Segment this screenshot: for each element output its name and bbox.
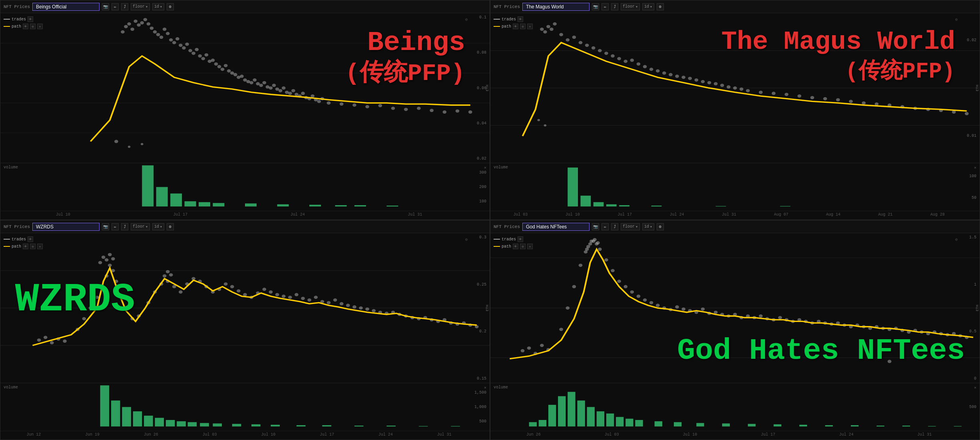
svg-rect-86	[199, 202, 210, 206]
beings-trades-eye[interactable]: 👁	[28, 16, 33, 22]
svg-point-194	[237, 289, 241, 292]
godnfts-crosshair[interactable]: ⊙	[953, 236, 960, 243]
svg-rect-359	[825, 425, 833, 426]
beings-y-axis: 0.1 0.08 0.06 0.04 0.02	[470, 13, 486, 163]
magus-pencil-btn[interactable]: ✏	[602, 3, 609, 10]
svg-rect-259	[451, 426, 460, 426]
svg-point-30	[205, 53, 209, 56]
svg-point-13	[150, 26, 154, 30]
magus-collection-input[interactable]	[522, 3, 590, 11]
magus-crosshair[interactable]: ⊙	[953, 16, 960, 23]
beings-collection-input[interactable]	[32, 3, 100, 11]
svg-point-60	[301, 92, 305, 95]
wzrds-gear-btn[interactable]: ⚙	[167, 223, 174, 230]
svg-point-238	[166, 270, 170, 273]
svg-point-139	[849, 100, 853, 103]
beings-crosshair[interactable]: ⊙	[463, 16, 470, 23]
svg-point-282	[637, 295, 641, 298]
beings-floor-dropdown[interactable]: floor ▾	[131, 3, 150, 10]
wzrds-camera-btn[interactable]: 📷	[102, 223, 109, 230]
svg-point-97	[540, 28, 544, 31]
svg-point-70	[365, 105, 369, 108]
beings-path-eye[interactable]: 👁	[23, 24, 28, 29]
svg-rect-353	[674, 422, 681, 426]
godnfts-trades-eye[interactable]: 👁	[518, 236, 523, 242]
svg-point-210	[340, 302, 344, 305]
svg-rect-351	[635, 420, 643, 426]
wzrds-path-close[interactable]: ✕	[37, 244, 43, 249]
godnfts-chart-btn[interactable]: ⤴	[611, 223, 618, 230]
svg-point-269	[566, 306, 570, 310]
svg-point-264	[527, 346, 531, 350]
svg-rect-352	[655, 421, 662, 426]
magus-y-axis: 0.02 0.01	[960, 13, 976, 163]
wzrds-floor-dropdown[interactable]: floor ▾	[131, 223, 150, 230]
wzrds-volume-section: volume ✕	[0, 383, 490, 431]
beings-gear-btn[interactable]: ⚙	[167, 3, 174, 10]
svg-rect-345	[577, 400, 585, 426]
svg-point-99	[553, 22, 557, 26]
svg-point-115	[643, 65, 647, 68]
svg-point-135	[797, 94, 801, 98]
magus-floor-dropdown[interactable]: floor ▾	[621, 3, 640, 10]
svg-point-128	[727, 85, 731, 88]
magus-1d-dropdown[interactable]: 1d ▾	[642, 3, 654, 10]
svg-point-169	[89, 306, 93, 310]
svg-point-134	[785, 93, 789, 96]
beings-pencil-btn[interactable]: ✏	[112, 3, 119, 10]
svg-point-41	[240, 75, 244, 78]
svg-point-4	[127, 22, 131, 26]
svg-point-25	[188, 49, 192, 52]
svg-rect-84	[170, 194, 182, 206]
svg-point-235	[108, 253, 112, 256]
svg-rect-355	[722, 424, 730, 427]
godnfts-path-gear[interactable]: ⚙	[520, 244, 526, 249]
svg-point-208	[327, 301, 331, 304]
wzrds-chart-btn[interactable]: ⤴	[121, 223, 128, 230]
svg-point-7	[124, 25, 128, 28]
beings-x-axis: Jul 10 Jul 17 Jul 24 Jul 31	[0, 211, 490, 220]
wzrds-path-eye[interactable]: 👁	[23, 244, 28, 249]
svg-rect-88	[245, 204, 257, 207]
magus-trades-eye[interactable]: 👁	[518, 16, 523, 22]
godnfts-path-eye[interactable]: 👁	[513, 244, 518, 249]
svg-point-80	[128, 146, 130, 148]
svg-rect-154	[606, 204, 617, 206]
magus-path-close[interactable]: ✕	[527, 24, 533, 29]
svg-rect-250	[213, 424, 222, 427]
wzrds-path-gear[interactable]: ⚙	[30, 244, 36, 249]
godnfts-collection-input[interactable]	[522, 223, 590, 231]
magus-path-gear[interactable]: ⚙	[520, 24, 526, 29]
magus-chart-btn[interactable]: ⤴	[611, 3, 618, 10]
godnfts-pencil-btn[interactable]: ✏	[602, 223, 609, 230]
svg-point-10	[143, 18, 147, 21]
svg-point-215	[372, 309, 376, 312]
svg-point-202	[288, 296, 292, 299]
beings-path-gear[interactable]: ⚙	[30, 24, 36, 29]
godnfts-camera-btn[interactable]: 📷	[592, 223, 599, 230]
svg-point-116	[649, 68, 653, 71]
svg-rect-241	[111, 400, 120, 426]
godnfts-gear-btn[interactable]: ⚙	[657, 223, 664, 230]
wzrds-trades-eye[interactable]: 👁	[28, 236, 33, 242]
dashboard-grid: NFT Prices 📷 ✏ ⤴ floor ▾ 1d ▾ ⚙ trades 👁	[0, 0, 980, 440]
beings-path-close[interactable]: ✕	[37, 24, 43, 29]
svg-point-44	[249, 81, 253, 84]
svg-point-14	[153, 30, 157, 34]
magus-camera-btn[interactable]: 📷	[592, 3, 599, 10]
svg-rect-243	[133, 411, 142, 426]
wzrds-pencil-btn[interactable]: ✏	[112, 223, 119, 230]
magus-gear-btn[interactable]: ⚙	[657, 3, 664, 10]
svg-rect-348	[606, 414, 614, 426]
beings-chart-btn[interactable]: ⤴	[121, 3, 128, 10]
magus-path-eye[interactable]: 👁	[513, 24, 518, 29]
wzrds-1d-dropdown[interactable]: 1d ▾	[152, 223, 164, 230]
beings-camera-btn[interactable]: 📷	[102, 3, 109, 10]
wzrds-collection-input[interactable]	[32, 223, 100, 231]
godnfts-floor-dropdown[interactable]: floor ▾	[621, 223, 640, 230]
godnfts-1d-dropdown[interactable]: 1d ▾	[642, 223, 654, 230]
wzrds-crosshair[interactable]: ⊙	[463, 236, 470, 243]
godnfts-path-close[interactable]: ✕	[527, 244, 533, 249]
beings-1d-dropdown[interactable]: 1d ▾	[152, 3, 164, 10]
godnfts-chart-area: trades 👁 path 👁 ⚙ ✕	[490, 233, 980, 440]
